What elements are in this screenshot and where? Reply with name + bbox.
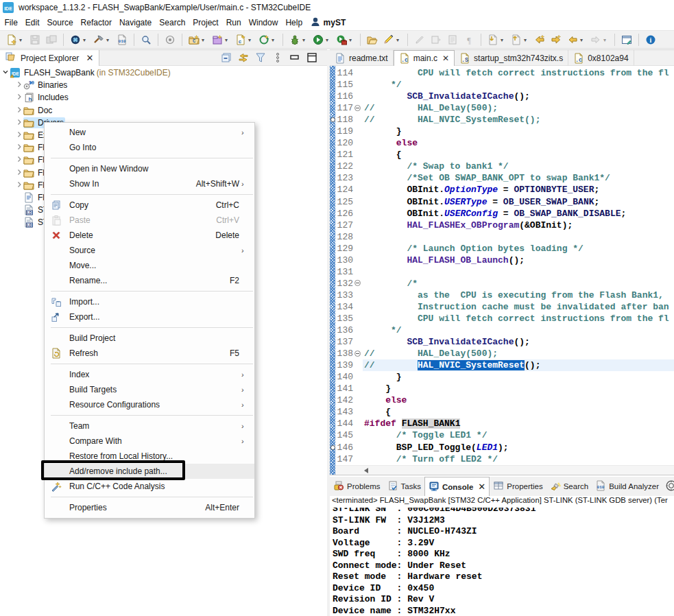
view-menu-button[interactable] xyxy=(272,52,283,65)
menu-item-new[interactable]: New› xyxy=(45,125,254,140)
binary-file-button[interactable]: 010 xyxy=(114,32,130,47)
dropdown-arrow-icon[interactable]: ▾ xyxy=(498,36,505,43)
code-line-118[interactable]: 118// HAL_NVIC_SystemReset(); xyxy=(330,114,674,126)
code-line-125[interactable]: 125 OBInit.USERType = OB_USER_SWAP_BANK; xyxy=(330,196,674,208)
menu-edit[interactable]: Edit xyxy=(22,16,43,29)
editor-tab-readme-txt[interactable]: readme.txt xyxy=(330,50,394,66)
horizontal-scrollbar[interactable] xyxy=(330,465,674,475)
code-line-114[interactable]: 114 CPU will fetch correct instructions … xyxy=(330,67,674,79)
menu-window[interactable]: Window xyxy=(245,16,281,29)
dropdown-arrow-icon[interactable]: ▾ xyxy=(81,36,88,43)
menu-item-properties[interactable]: PropertiesAlt+Enter xyxy=(45,500,254,515)
chevron-down-icon[interactable] xyxy=(1,69,10,77)
chevron-right-icon[interactable] xyxy=(15,169,23,177)
dropdown-arrow-icon[interactable]: ▾ xyxy=(223,36,230,43)
forward-star-button[interactable] xyxy=(548,32,564,47)
save-button[interactable] xyxy=(27,32,43,47)
code-line-119[interactable]: 119 } xyxy=(330,126,674,137)
code-line-137[interactable]: 137 SCB_InvalidateICache(); xyxy=(330,336,674,348)
code-line-134[interactable]: 134 Instruction cache must be invalidate… xyxy=(330,301,674,313)
code-line-130[interactable]: 130 HAL_FLASH_OB_Launch(); xyxy=(330,254,674,266)
menu-item-go-into[interactable]: Go Into xyxy=(45,140,254,155)
tree-item-flash-swapbank[interactable]: IDE!FLASH_SwapBank (in STM32CubeIDE) xyxy=(0,67,327,79)
code-line-116[interactable]: 116 SCB_InvalidateICache(); xyxy=(330,91,674,102)
code-line-136[interactable]: 136 */ xyxy=(330,324,674,336)
back-star-button[interactable] xyxy=(531,32,548,47)
chevron-right-icon[interactable] xyxy=(15,106,23,115)
code-line-138[interactable]: 138// HAL_Delay(500); xyxy=(330,348,674,359)
menu-item-import[interactable]: Import... xyxy=(45,294,254,309)
menu-item-refresh[interactable]: RefreshF5 xyxy=(45,346,254,361)
close-icon[interactable]: ✕ xyxy=(83,53,93,63)
debug-button[interactable]: ▾ xyxy=(287,32,310,47)
chevron-right-icon[interactable] xyxy=(15,119,23,127)
pencil-gray-button[interactable] xyxy=(411,32,428,47)
code-line-141[interactable]: 141 } xyxy=(330,383,674,394)
code-line-127[interactable]: 127 HAL_FLASHEx_OBProgram(&OBInit); xyxy=(330,220,674,231)
code-line-131[interactable]: 131 xyxy=(330,266,674,278)
run-button[interactable]: ▾ xyxy=(310,32,333,47)
view-tab-search[interactable]: Search xyxy=(546,477,592,496)
editor-tab-0x8102a94[interactable]: .c0x8102a94 xyxy=(568,50,634,66)
launch-gray-button[interactable] xyxy=(162,32,178,47)
menu-item-team[interactable]: Team› xyxy=(45,418,254,434)
menu-help[interactable]: Help xyxy=(282,16,306,29)
menu-project[interactable]: Project xyxy=(190,16,221,29)
dropdown-arrow-icon[interactable]: ▾ xyxy=(394,36,401,43)
dropdown-arrow-icon[interactable]: ▾ xyxy=(269,36,276,43)
code-line-133[interactable]: 133 as the CPU is executing from the Fla… xyxy=(330,289,674,301)
code-line-145[interactable]: 145 /* Toggle LED1 */ xyxy=(330,429,674,441)
tree-item-doc[interactable]: Doc xyxy=(0,104,327,117)
menu-item-rename[interactable]: Rename...F2 xyxy=(45,273,254,288)
chevron-right-icon[interactable] xyxy=(15,156,23,164)
menu-run[interactable]: Run xyxy=(223,16,244,29)
dropdown-arrow-icon[interactable]: ▾ xyxy=(246,36,253,43)
menu-navigate[interactable]: Navigate xyxy=(116,16,154,29)
view-tab-tasks[interactable]: Tasks xyxy=(384,477,424,496)
editor-window-button[interactable] xyxy=(618,32,635,47)
highlighter-button[interactable]: ▾ xyxy=(381,32,404,47)
minimize-button[interactable] xyxy=(289,52,300,65)
menu-item-delete[interactable]: DeleteDelete xyxy=(45,228,254,243)
new-wizard-button[interactable]: ▾ xyxy=(3,32,27,47)
doc-gray-button[interactable] xyxy=(444,32,461,47)
code-editor[interactable]: 114 CPU will fetch correct instructions … xyxy=(330,66,674,465)
open-element-button[interactable] xyxy=(364,32,381,47)
device-config-button[interactable]: ▾ xyxy=(67,32,91,47)
code-line-142[interactable]: 142 else xyxy=(330,394,674,406)
menu-refactor[interactable]: Refactor xyxy=(77,16,115,29)
link-with-editor-button[interactable] xyxy=(238,52,249,65)
menu-source[interactable]: Source xyxy=(44,16,76,29)
code-line-143[interactable]: 143 { xyxy=(330,406,674,418)
new-c-file-button[interactable]: c▾ xyxy=(232,32,256,47)
view-tab-console[interactable]: Console✕ xyxy=(424,477,490,496)
menu-search[interactable]: Search xyxy=(156,16,189,29)
external-tools-button[interactable]: ▾ xyxy=(333,32,357,47)
menu-item-build-targets[interactable]: Build Targets› xyxy=(45,382,254,397)
menu-item-build-project[interactable]: Build Project xyxy=(45,331,254,346)
forward-gray-button[interactable]: ▾ xyxy=(588,32,611,47)
back-yellow-button[interactable]: ▾ xyxy=(564,32,588,47)
menu-item-copy[interactable]: CopyCtrl+C xyxy=(45,198,254,213)
new-project-button[interactable]: ▾ xyxy=(209,32,232,47)
dropdown-arrow-icon[interactable]: ▾ xyxy=(17,36,24,43)
view-tab-properties[interactable]: Properties xyxy=(490,477,546,496)
code-line-132[interactable]: 132 /* xyxy=(330,278,674,289)
menu-item-compare-with[interactable]: Compare With› xyxy=(45,434,254,449)
dropdown-arrow-icon[interactable]: ▾ xyxy=(601,36,608,43)
code-line-140[interactable]: 140 } xyxy=(330,371,674,383)
menu-item-paste[interactable]: PasteCtrl+V xyxy=(45,213,254,228)
dropdown-arrow-icon[interactable]: ▾ xyxy=(300,36,307,43)
collapse-all-button[interactable] xyxy=(221,52,232,65)
code-line-126[interactable]: 126 OBInit.USERConfig = OB_SWAP_BANK_DIS… xyxy=(330,208,674,220)
new-c-project-button[interactable]: C▾ xyxy=(186,32,209,47)
code-line-117[interactable]: 117// HAL_Delay(500); xyxy=(330,102,674,114)
menu-item-export[interactable]: Export... xyxy=(45,309,254,324)
code-line-120[interactable]: 120 else xyxy=(330,137,674,149)
code-line-135[interactable]: 135 CPU will fetch correct instructions … xyxy=(330,313,674,324)
menu-item-run-c-c-code-analysis[interactable]: Run C/C++ Code Analysis xyxy=(45,479,254,494)
code-line-146[interactable]: 146 BSP_LED_Toggle(LED1); xyxy=(330,442,674,453)
dropdown-arrow-icon[interactable]: ▾ xyxy=(324,36,330,43)
menu-item-index[interactable]: Index› xyxy=(45,367,254,382)
console-output[interactable]: ST-LINK SN : 000C001E4D4B500D20373831ST-… xyxy=(333,508,674,616)
